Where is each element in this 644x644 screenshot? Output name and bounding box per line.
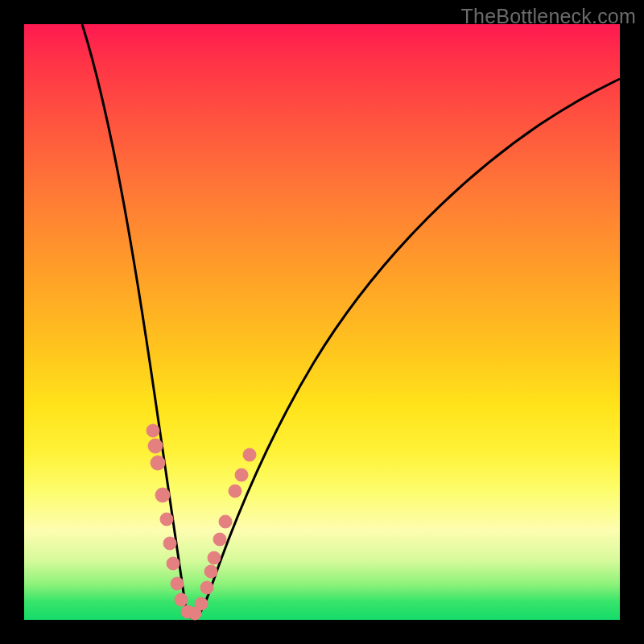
svg-point-18 (235, 469, 248, 481)
svg-point-13 (204, 565, 217, 578)
outer-frame: TheBottleneck.com (0, 0, 644, 644)
svg-point-19 (243, 448, 256, 461)
plot-area (24, 24, 620, 620)
svg-point-1 (148, 439, 163, 453)
svg-point-14 (208, 551, 221, 564)
svg-point-2 (151, 456, 165, 470)
svg-point-12 (200, 581, 213, 594)
svg-point-8 (175, 593, 188, 606)
svg-point-11 (195, 597, 208, 610)
svg-point-6 (167, 557, 180, 570)
watermark-text: TheBottleneck.com (461, 5, 636, 28)
svg-point-17 (229, 485, 242, 497)
bottleneck-curve (82, 24, 620, 618)
curve-svg (24, 24, 620, 620)
svg-point-0 (147, 424, 159, 437)
svg-point-4 (160, 513, 173, 526)
svg-point-3 (155, 488, 170, 502)
svg-point-15 (213, 533, 226, 546)
svg-point-16 (219, 515, 232, 528)
svg-point-5 (163, 537, 176, 550)
svg-point-7 (171, 577, 184, 590)
